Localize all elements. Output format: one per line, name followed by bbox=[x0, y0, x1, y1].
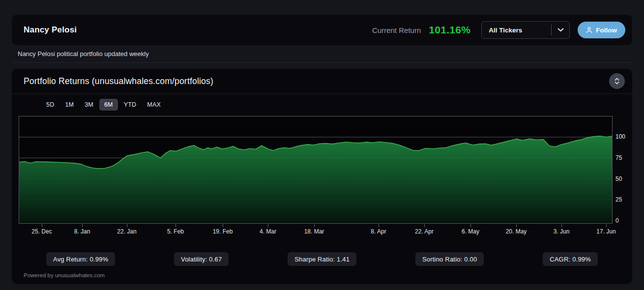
tick-mark bbox=[176, 224, 176, 227]
tick-mark bbox=[314, 224, 315, 227]
ticker-filter-dropdown[interactable]: All Tickers bbox=[481, 21, 570, 39]
tab-max[interactable]: MAX bbox=[142, 99, 166, 111]
x-axis-label: 6. May bbox=[462, 228, 479, 235]
stat-badge: Sortino Ratio: 0.00 bbox=[415, 252, 484, 266]
tab-1m[interactable]: 1M bbox=[60, 99, 79, 111]
stats-row: Avg Return: 0.99%Volatility: 0.67Sharpe … bbox=[12, 252, 632, 266]
tab-6m[interactable]: 6M bbox=[99, 99, 118, 111]
x-axis-label: 8. Apr bbox=[371, 228, 386, 235]
portfolio-description: Nancy Pelosi political portfolio updated… bbox=[18, 50, 149, 58]
current-return-label: Current Return bbox=[372, 26, 421, 34]
x-axis: 25. Dec8. Jan22. Jan5. Feb19. Feb4. Mar1… bbox=[19, 224, 613, 237]
tick-mark bbox=[561, 224, 562, 227]
portfolio-header-bar: Nancy Pelosi Current Return 101.16% All … bbox=[12, 15, 632, 45]
unfold-arrows-icon bbox=[614, 77, 620, 85]
portfolio-returns-card: Portfolio Returns (unusualwhales.com/por… bbox=[12, 69, 632, 284]
x-axis-label: 20. May bbox=[506, 228, 527, 235]
tick-mark bbox=[223, 224, 223, 227]
tick-mark bbox=[424, 224, 425, 227]
card-header: Portfolio Returns (unusualwhales.com/por… bbox=[12, 69, 632, 94]
stat-badge: CAGR: 0.99% bbox=[543, 252, 598, 266]
y-axis-label: 25 bbox=[615, 196, 622, 203]
returns-area bbox=[19, 136, 612, 223]
x-axis-label: 4. Mar bbox=[260, 228, 276, 235]
ticker-filter-value: All Tickers bbox=[482, 27, 522, 34]
stat-badge: Volatility: 0.67 bbox=[174, 252, 229, 266]
y-axis-label: 100 bbox=[615, 133, 625, 140]
x-axis-label: 17. Jun bbox=[596, 228, 615, 235]
refresh-button[interactable] bbox=[609, 73, 625, 89]
tick-mark bbox=[606, 224, 607, 227]
current-return-value: 101.16% bbox=[429, 24, 470, 36]
y-axis-label: 75 bbox=[615, 154, 622, 161]
page-title: Nancy Pelosi bbox=[24, 25, 77, 35]
powered-by-text: Powered by unusualwhales.com bbox=[24, 272, 105, 278]
x-axis-label: 18. Mar bbox=[304, 228, 324, 235]
person-icon bbox=[586, 27, 592, 33]
x-axis-label: 22. Jan bbox=[117, 228, 136, 235]
follow-button[interactable]: Follow bbox=[578, 22, 625, 38]
returns-chart-svg bbox=[19, 116, 612, 223]
x-axis-label: 22. Apr bbox=[415, 228, 434, 235]
x-axis-label: 8. Jan bbox=[74, 228, 90, 235]
stat-badge: Avg Return: 0.99% bbox=[46, 252, 115, 266]
y-axis-label: 50 bbox=[615, 175, 622, 182]
tab-3m[interactable]: 3M bbox=[80, 99, 98, 111]
x-axis-label: 19. Feb bbox=[213, 228, 233, 235]
tick-mark bbox=[516, 224, 517, 227]
y-axis-label: 0 bbox=[615, 217, 619, 224]
chevron-down-icon bbox=[552, 28, 569, 32]
tick-mark bbox=[470, 224, 471, 227]
section-divider bbox=[12, 62, 632, 63]
stat-badge: Sharpe Ratio: 1.41 bbox=[288, 252, 356, 266]
y-axis: 0255075100 bbox=[615, 116, 632, 224]
tab-ytd[interactable]: YTD bbox=[119, 99, 142, 111]
x-axis-label: 25. Dec bbox=[31, 228, 52, 235]
x-axis-label: 3. Jun bbox=[554, 228, 570, 235]
tick-mark bbox=[268, 224, 268, 227]
tick-mark bbox=[42, 224, 42, 227]
tick-mark bbox=[379, 224, 379, 227]
tick-mark bbox=[127, 224, 127, 227]
card-title: Portfolio Returns (unusualwhales.com/por… bbox=[24, 76, 213, 87]
returns-chart-plot[interactable] bbox=[19, 116, 613, 224]
follow-button-label: Follow bbox=[596, 27, 617, 34]
time-range-tabs: 5D1M3M6MYTDMAX bbox=[41, 99, 166, 111]
header-right-cluster: Current Return 101.16% All Tickers Follo… bbox=[372, 21, 625, 39]
tick-mark bbox=[82, 224, 83, 227]
tab-5d[interactable]: 5D bbox=[41, 99, 59, 111]
x-axis-label: 5. Feb bbox=[167, 228, 184, 235]
